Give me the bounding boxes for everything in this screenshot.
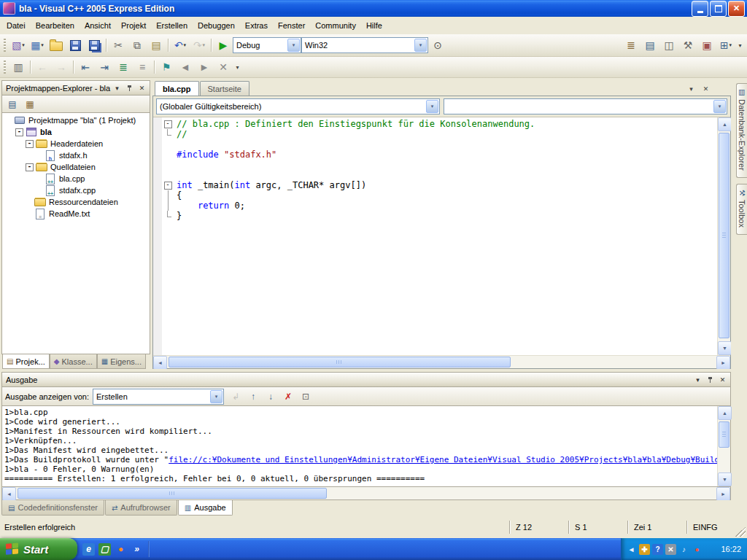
- output-source-combo[interactable]: Erstellen ▾: [93, 389, 224, 405]
- tree-item[interactable]: ≡ReadMe.txt: [2, 208, 150, 219]
- start-button[interactable]: Start: [0, 538, 77, 560]
- output-lines[interactable]: 1>bla.cpp1>Code wird generiert...1>Manif…: [2, 406, 717, 486]
- panel-close-button[interactable]: ✕: [136, 82, 148, 94]
- tree-item[interactable]: -bla: [2, 126, 150, 138]
- tab-projektmappen-explorer[interactable]: ▤Projek...: [2, 354, 50, 369]
- display-object-browser-icon[interactable]: ▥: [9, 58, 28, 76]
- editor-horizontal-scrollbar[interactable]: ◄ ►: [153, 355, 730, 368]
- scroll-down-button[interactable]: ▼: [718, 472, 732, 486]
- panel-pin-button[interactable]: [704, 373, 716, 386]
- decrease-indent-icon[interactable]: ⇤: [76, 58, 95, 76]
- properties-icon[interactable]: ▤: [4, 96, 20, 112]
- tray-eject-icon[interactable]: ✕: [665, 544, 676, 555]
- tree-expander-minus-icon[interactable]: -: [15, 128, 23, 136]
- tree-expander-minus-icon[interactable]: -: [26, 163, 34, 171]
- scrollbar-thumb[interactable]: [719, 133, 729, 338]
- menu-item-projekt[interactable]: Projekt: [116, 18, 151, 33]
- increase-indent-icon[interactable]: ⇥: [95, 58, 114, 76]
- next-bookmark-icon[interactable]: ►: [195, 58, 214, 76]
- scrollbar-thumb[interactable]: [18, 488, 327, 499]
- tab-eigenschaften[interactable]: ▦Eigens...: [97, 354, 146, 369]
- tree-expander-minus-icon[interactable]: -: [26, 140, 34, 148]
- scroll-right-button[interactable]: ►: [716, 356, 730, 370]
- menu-item-erstellen[interactable]: Erstellen: [151, 18, 193, 33]
- chevron-down-icon[interactable]: ▾: [414, 39, 427, 52]
- scroll-left-button[interactable]: ◄: [153, 356, 167, 370]
- active-files-dropdown-button[interactable]: ▾: [685, 82, 697, 95]
- tab-klassenansicht[interactable]: ◆Klasse...: [50, 354, 97, 369]
- tree-item[interactable]: -Headerdateien: [2, 138, 150, 149]
- cut-icon[interactable]: ✂: [109, 36, 128, 54]
- menu-item-ansicht[interactable]: Ansicht: [80, 18, 116, 33]
- tray-antivirus-icon[interactable]: ●: [692, 544, 703, 555]
- add-new-item-icon[interactable]: ▦▾: [28, 36, 47, 54]
- object-browser-icon[interactable]: ◫: [659, 36, 678, 54]
- scrollbar-track[interactable]: [16, 487, 716, 499]
- word-wrap-icon[interactable]: ⊡: [298, 389, 314, 404]
- quicklaunch-desktop-icon[interactable]: ▢: [98, 543, 111, 556]
- platform-combo[interactable]: Win32▾: [301, 37, 428, 53]
- navigate-forward-icon[interactable]: →: [52, 58, 71, 76]
- close-document-button[interactable]: ✕: [700, 82, 712, 95]
- quicklaunch-overflow-chevron[interactable]: »: [131, 543, 143, 556]
- tree-item[interactable]: hstdafx.h: [2, 149, 150, 161]
- menu-item-bearbeiten[interactable]: Bearbeiten: [31, 18, 80, 33]
- tab-ausgabe[interactable]: ▥Ausgabe: [178, 500, 233, 516]
- solution-explorer-icon[interactable]: ≣: [622, 36, 640, 54]
- members-combo[interactable]: ▾: [444, 98, 727, 114]
- panel-dropdown-button[interactable]: ▾: [111, 82, 123, 94]
- open-file-icon[interactable]: [47, 36, 66, 54]
- tab-aufrufbrowser[interactable]: ⇄Aufrufbrowser: [105, 500, 177, 516]
- chevron-down-icon[interactable]: ▾: [713, 100, 726, 113]
- chevron-down-icon[interactable]: ▾: [426, 100, 438, 113]
- prev-message-icon[interactable]: ↑: [245, 389, 261, 404]
- uncomment-selection-icon[interactable]: ≡: [133, 58, 152, 76]
- next-message-icon[interactable]: ↓: [263, 389, 279, 404]
- copy-icon[interactable]: ⧉: [128, 36, 147, 54]
- find-in-files-icon[interactable]: ⊙: [428, 36, 447, 54]
- scroll-down-button[interactable]: ▼: [718, 341, 732, 355]
- error-list-icon[interactable]: ▣: [697, 36, 716, 54]
- scrollbar-track[interactable]: [718, 420, 730, 472]
- tray-hidden-icons-chevron[interactable]: ◄: [626, 544, 637, 555]
- output-vertical-scrollbar[interactable]: ▲ ▼: [717, 406, 730, 486]
- menu-item-debuggen[interactable]: Debuggen: [193, 18, 240, 33]
- save-all-icon[interactable]: [85, 36, 104, 54]
- tab-toolbox[interactable]: ⚒Toolbox: [736, 184, 747, 235]
- panel-pin-button[interactable]: [123, 82, 136, 94]
- toggle-bookmark-icon[interactable]: ⚑: [157, 58, 176, 76]
- properties-window-icon[interactable]: ▤: [640, 36, 659, 54]
- scrollbar-track[interactable]: [167, 356, 716, 368]
- toolbar-grip[interactable]: [4, 39, 6, 52]
- tab-startseite[interactable]: Startseite: [200, 81, 249, 96]
- comment-selection-icon[interactable]: ≣: [114, 58, 133, 76]
- start-debugging-icon[interactable]: ▶: [214, 36, 233, 54]
- new-project-icon[interactable]: ▧▾: [9, 36, 28, 54]
- menu-item-fenster[interactable]: Fenster: [273, 18, 310, 33]
- tree-item[interactable]: -Quelldateien: [2, 161, 150, 173]
- menu-item-extras[interactable]: Extras: [240, 18, 273, 33]
- resize-grip[interactable]: [735, 526, 746, 537]
- panel-close-button[interactable]: ✕: [716, 373, 729, 386]
- menu-item-datei[interactable]: Datei: [1, 18, 31, 33]
- minimize-button[interactable]: [692, 1, 708, 17]
- tree-item[interactable]: ++bla.cpp: [2, 173, 150, 184]
- tree-item[interactable]: Projektmappe "bla" (1 Projekt): [2, 114, 150, 126]
- other-windows-icon[interactable]: ⊞▾: [716, 36, 735, 54]
- scroll-right-button[interactable]: ►: [716, 487, 730, 501]
- taskbar-clock[interactable]: 16:22: [721, 545, 741, 553]
- menu-item-community[interactable]: Community: [310, 18, 361, 33]
- show-all-files-icon[interactable]: ▦: [22, 96, 38, 112]
- scrollbar-track[interactable]: [718, 131, 730, 341]
- code-lines[interactable]: // bla.cpp : Definiert den Einstiegspunk…: [174, 117, 717, 355]
- prev-bookmark-icon[interactable]: ◄: [176, 58, 195, 76]
- tray-help-icon[interactable]: ?: [652, 544, 663, 555]
- scroll-up-button[interactable]: ▲: [718, 117, 732, 131]
- quicklaunch-browser-icon[interactable]: ●: [115, 543, 127, 556]
- navigate-back-icon[interactable]: ←: [33, 58, 52, 76]
- scroll-left-button[interactable]: ◄: [2, 487, 16, 501]
- types-combo[interactable]: (Globaler Gültigkeitsbereich) ▾: [156, 98, 440, 114]
- menu-item-hilfe[interactable]: Hilfe: [361, 18, 387, 33]
- toolbar-options-button[interactable]: ▾: [735, 37, 745, 53]
- output-horizontal-scrollbar[interactable]: ◄ ►: [1, 487, 731, 500]
